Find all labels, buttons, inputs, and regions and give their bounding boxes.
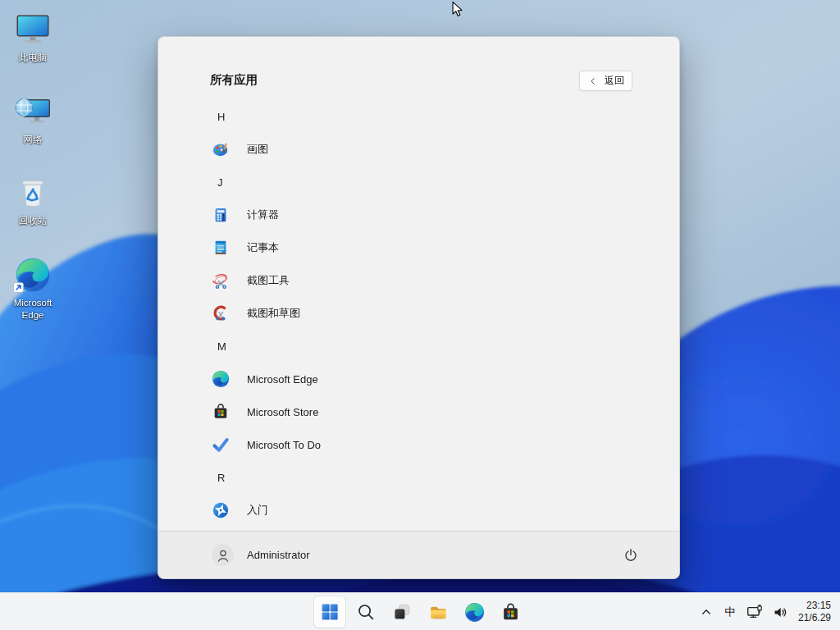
windows-logo-icon	[320, 602, 340, 622]
section-header-m: M	[158, 330, 679, 363]
get-started-icon	[212, 501, 230, 519]
desktop-icon-network[interactable]: 网络	[3, 92, 62, 147]
windows-desktop: { "desktop": { "icons": [ { "label": "此电…	[0, 0, 840, 630]
clock-date: 21/6.29	[798, 612, 831, 624]
app-item-todo[interactable]: Microsoft To Do	[158, 428, 679, 461]
back-button[interactable]: 返回	[579, 71, 632, 91]
start-menu-all-apps-panel: 所有应用 返回 H 画图 J 计算器 记事本 截图工具 截图和草图 M	[158, 36, 680, 579]
all-apps-list: H 画图 J 计算器 记事本 截图工具 截图和草图 M Microsoft Ed…	[158, 100, 679, 527]
ime-indicator[interactable]: 中	[719, 599, 741, 625]
recycle-bin-icon	[13, 173, 52, 212]
user-avatar[interactable]	[212, 544, 234, 566]
store-taskbar-button[interactable]	[495, 596, 526, 628]
desktop-icon-label: 回收站	[19, 215, 48, 228]
all-apps-title: 所有应用	[210, 72, 258, 88]
task-view-button[interactable]	[386, 596, 418, 628]
chevron-up-icon	[698, 604, 714, 620]
volume-tray-button[interactable]	[769, 599, 792, 625]
paint-icon	[212, 140, 230, 158]
task-view-icon	[392, 602, 412, 622]
edge-icon	[464, 602, 485, 623]
desktop-icon-label: Microsoft Edge	[3, 297, 62, 322]
power-button[interactable]	[623, 547, 639, 564]
section-header-h: H	[158, 100, 679, 133]
volume-icon	[772, 604, 789, 621]
snip-sketch-icon	[212, 304, 230, 322]
search-icon	[356, 602, 376, 622]
chevron-left-icon	[587, 75, 599, 87]
network-tray-button[interactable]	[742, 599, 767, 625]
desktop-icon-label: 此电脑	[19, 52, 48, 65]
app-item-paint[interactable]: 画图	[158, 133, 679, 166]
app-item-notepad[interactable]: 记事本	[158, 231, 679, 264]
snipping-tool-icon	[212, 272, 230, 290]
app-item-calculator[interactable]: 计算器	[158, 199, 679, 231]
desktop-icon-edge[interactable]: Microsoft Edge	[3, 255, 62, 322]
edge-icon	[212, 370, 230, 388]
file-explorer-button[interactable]	[422, 596, 454, 628]
todo-icon	[212, 436, 230, 454]
taskbar-button-group	[314, 593, 526, 630]
app-item-snipping-tool[interactable]: 截图工具	[158, 264, 679, 297]
folder-icon	[428, 602, 449, 623]
section-header-r: R	[158, 461, 679, 494]
start-menu-footer: Administrator	[158, 531, 679, 578]
network-tray-icon	[746, 603, 764, 621]
desktop-icon-this-pc[interactable]: 此电脑	[3, 10, 62, 65]
edge-icon	[13, 255, 52, 294]
tray-overflow-button[interactable]	[695, 599, 718, 625]
app-item-edge[interactable]: Microsoft Edge	[158, 363, 679, 395]
app-item-get-started[interactable]: 入门	[158, 494, 679, 527]
desktop-icon-recycle-bin[interactable]: 回收站	[3, 173, 62, 228]
back-button-label: 返回	[605, 74, 624, 88]
network-icon	[13, 92, 52, 131]
app-item-snip-sketch[interactable]: 截图和草图	[158, 297, 679, 330]
store-icon	[500, 602, 521, 623]
system-tray: 中 23:15 21/6.29	[695, 593, 840, 630]
clock[interactable]: 23:15 21/6.29	[798, 600, 831, 624]
calculator-icon	[212, 206, 230, 224]
edge-taskbar-button[interactable]	[459, 596, 490, 628]
app-item-store[interactable]: Microsoft Store	[158, 395, 679, 428]
store-icon	[212, 403, 230, 421]
start-button[interactable]	[314, 596, 345, 628]
desktop-icon-label: 网络	[24, 134, 43, 147]
this-pc-icon	[13, 10, 52, 49]
person-icon	[215, 547, 231, 564]
desktop-icon-list: 此电脑 网络 回收站 Microsoft Edge	[3, 10, 62, 349]
user-name: Administrator	[247, 549, 310, 561]
clock-time: 23:15	[798, 600, 831, 612]
section-header-j: J	[158, 166, 679, 199]
shortcut-arrow-icon	[13, 282, 24, 293]
notepad-icon	[212, 239, 230, 257]
taskbar: 中 23:15 21/6.29	[0, 592, 840, 630]
search-button[interactable]	[350, 596, 381, 628]
